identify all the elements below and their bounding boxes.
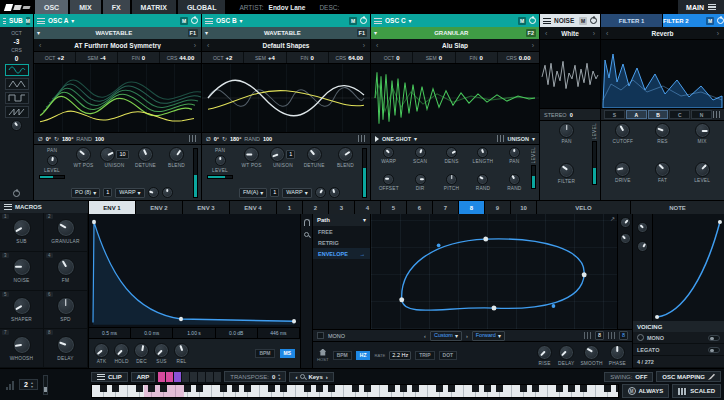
macro-6-knob[interactable] [57, 297, 75, 315]
filter-level-knob[interactable] [695, 162, 710, 177]
osc-c-pan-knob[interactable] [509, 147, 520, 158]
osc-c-oct[interactable]: OCT0 [371, 52, 413, 63]
macro-2-knob[interactable] [57, 219, 75, 237]
osc-b-unison-voices[interactable]: 1 [286, 150, 295, 159]
osc-b-warp-mode-select[interactable]: FM(A)▾ [239, 188, 267, 198]
osc-b-fin[interactable]: FIN0 [287, 52, 329, 63]
osc-a-warp-mode-select[interactable]: PO (8)▾ [71, 188, 100, 198]
osc-b-crs[interactable]: CRS64.00 [329, 52, 370, 63]
noise-mute-button[interactable]: M [579, 17, 587, 25]
export-icon[interactable]: ↗ [610, 215, 615, 222]
env1-bpm-toggle[interactable]: BPM [255, 349, 274, 358]
osc-a-spread-value[interactable]: 180° [62, 136, 73, 142]
step-up-icon[interactable]: ▾ [31, 381, 33, 385]
lfo-mode-free[interactable]: FREE [313, 226, 370, 237]
filter-fat-knob[interactable] [655, 162, 670, 177]
tab-filter-2[interactable]: FILTER 2 M [663, 14, 724, 27]
next-preset-button[interactable]: › [361, 42, 367, 49]
arp-button[interactable]: ARP [131, 372, 156, 382]
osc-b-phase-value[interactable]: 0° [214, 136, 219, 142]
osc-a-pan-knob[interactable] [47, 155, 58, 166]
osc-c-level-slider[interactable] [531, 165, 536, 189]
env1-sustain-value[interactable]: 0.0 dB [216, 328, 258, 338]
arp-pattern-cell[interactable] [182, 372, 189, 382]
osc-b-blend-knob[interactable] [338, 147, 353, 162]
tab-lfo-9[interactable]: 9 [485, 201, 510, 214]
osc-a-power-button[interactable] [191, 17, 198, 24]
tab-env-4[interactable]: ENV 4 [230, 201, 276, 214]
osc-c-mode-select[interactable]: GRANULAR [379, 30, 524, 36]
tab-lfo-2[interactable]: 2 [303, 201, 328, 214]
osc-c-fin[interactable]: FIN0 [456, 52, 498, 63]
lfo-shape-display[interactable]: ↗ [371, 214, 617, 329]
route-osc-b-button[interactable]: B [648, 110, 669, 119]
lfo-rise-knob[interactable] [537, 345, 552, 360]
osc-b-rand-knob[interactable] [329, 187, 340, 198]
noise-power-button[interactable] [590, 17, 597, 24]
osc-b-sem[interactable]: SEM+4 [244, 52, 286, 63]
macro-5-knob[interactable] [13, 297, 31, 315]
arp-pattern-cell[interactable] [206, 372, 213, 382]
zoom-icon[interactable] [304, 232, 309, 237]
filter-cutoff-knob[interactable] [615, 123, 630, 138]
lfo-grid-y-stepper[interactable]: 8 [619, 331, 628, 340]
tab-lfo-8[interactable]: 8 [459, 201, 484, 214]
noise-stereo-value[interactable]: 0 [570, 112, 573, 118]
voice-count-value[interactable]: 4 / 272 [637, 359, 654, 365]
next-preset-button[interactable]: › [530, 42, 536, 49]
tab-osc[interactable]: OSC [35, 0, 68, 14]
env1-hold-knob[interactable] [114, 343, 129, 358]
next-shape-button[interactable]: › [466, 333, 468, 339]
env1-display[interactable] [89, 214, 300, 327]
osc-a-filter-route[interactable]: F1 [188, 29, 198, 37]
sub-crs-value[interactable]: 0 [15, 55, 19, 62]
filter-type-name[interactable]: Reverb [610, 30, 714, 37]
osc-a-unison-voices[interactable]: 10 [116, 150, 128, 159]
swing-control[interactable]: SWING: OFF [604, 372, 653, 382]
routing-icon[interactable] [713, 111, 721, 118]
osc-a-mode-select[interactable]: WAVETABLE [42, 30, 186, 36]
osc-a-output-slider[interactable] [193, 148, 198, 198]
drag-handle-icon[interactable] [205, 18, 213, 24]
filter-power-button[interactable] [717, 17, 724, 24]
artist-value[interactable]: Endov Lane [269, 4, 306, 11]
host-sync[interactable]: HOST [317, 349, 329, 362]
drag-handle-icon[interactable] [37, 18, 45, 24]
macro-7-knob[interactable] [13, 336, 31, 354]
filter-mix-knob[interactable] [695, 123, 710, 138]
osc-b-spread-value[interactable]: 180° [230, 136, 241, 142]
osc-c-preset-name[interactable]: Alu Slap [380, 42, 529, 49]
drag-handle-icon[interactable] [543, 18, 551, 24]
prev-shape-button[interactable]: ‹ [424, 333, 426, 339]
velo-curve-display[interactable] [653, 214, 724, 321]
sub-shape-sine-button[interactable] [5, 64, 29, 76]
filter-res-knob[interactable] [655, 123, 670, 138]
arp-pattern-cell[interactable] [190, 372, 197, 382]
dotted-toggle[interactable]: DOT [439, 351, 458, 360]
env1-attack-knob[interactable] [94, 343, 109, 358]
env1-ms-toggle[interactable]: MS [280, 349, 296, 358]
black-keys[interactable] [92, 385, 618, 392]
lfo-curve-knob[interactable] [620, 233, 631, 244]
velo-amount-knob[interactable] [637, 222, 648, 233]
lfo-mode-title[interactable]: Path ▾ [313, 214, 370, 226]
osc-b-preset-name[interactable]: Default Shapes [211, 42, 360, 49]
osc-c-scan-knob[interactable] [415, 147, 426, 158]
unison-stack-icon[interactable] [358, 135, 366, 142]
filter-response-display[interactable] [601, 39, 724, 109]
drag-handle-icon[interactable] [374, 18, 382, 24]
tab-lfo-4[interactable]: 4 [355, 201, 380, 214]
next-preset-button[interactable]: › [591, 30, 597, 37]
osc-b-pan-knob[interactable] [215, 155, 226, 166]
lfo-hz-toggle[interactable]: HZ [356, 351, 371, 360]
tab-note[interactable]: NOTE [631, 201, 724, 214]
arp-pattern-cell[interactable] [174, 372, 181, 382]
env1-release-value[interactable]: 446 ms [258, 328, 300, 338]
next-icon[interactable]: › [326, 374, 328, 380]
osc-c-rand1-knob[interactable] [477, 174, 488, 185]
osc-a-mute-button[interactable]: M [180, 17, 188, 25]
chevron-down-icon[interactable]: ▾ [71, 18, 74, 24]
noise-pan-knob[interactable] [559, 123, 574, 138]
transpose-control[interactable]: TRANSPOSE: 0 ▾▾ [224, 371, 286, 382]
arp-pattern-cell[interactable] [214, 372, 221, 382]
